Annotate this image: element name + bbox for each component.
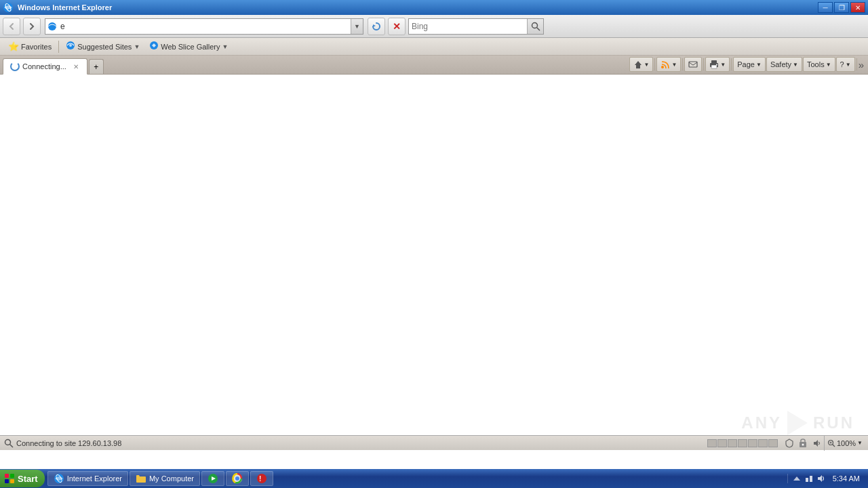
tray-network-icon[interactable] bbox=[804, 474, 814, 483]
progress-block-5 bbox=[748, 439, 757, 447]
zoom-level: 100% bbox=[837, 439, 856, 447]
back-button[interactable] bbox=[3, 18, 20, 35]
address-dropdown[interactable]: ▼ bbox=[351, 19, 363, 34]
taskbar-ie-item[interactable]: Internet Explorer bbox=[47, 471, 128, 486]
svg-point-14 bbox=[716, 64, 717, 66]
tools-dropdown: ▼ bbox=[826, 62, 831, 68]
web-slice-button[interactable]: Web Slice Gallery ▼ bbox=[145, 39, 232, 54]
taskbar-folder-label: My Computer bbox=[149, 474, 194, 483]
zoom-button[interactable]: 100% ▼ bbox=[824, 436, 865, 451]
refresh-icon bbox=[372, 22, 381, 31]
svg-point-18 bbox=[802, 443, 804, 445]
progress-block-2 bbox=[717, 439, 727, 447]
print-dropdown: ▼ bbox=[720, 62, 726, 68]
tray-arrow-icon[interactable] bbox=[792, 474, 802, 483]
search-bar-wrap bbox=[408, 18, 544, 35]
svg-marker-39 bbox=[818, 475, 822, 482]
help-button[interactable]: ? ▼ bbox=[836, 57, 855, 72]
search-input[interactable] bbox=[409, 22, 527, 31]
address-input[interactable] bbox=[59, 22, 351, 31]
stop-button[interactable]: ✕ bbox=[388, 18, 406, 35]
status-safety-icon[interactable] bbox=[797, 437, 809, 449]
search-button[interactable] bbox=[527, 19, 543, 34]
svg-text:!: ! bbox=[259, 475, 261, 483]
status-search-icon bbox=[4, 439, 14, 448]
start-label: Start bbox=[18, 474, 38, 484]
taskbar-tray: 5:34 AM bbox=[787, 474, 868, 483]
svg-point-15 bbox=[5, 439, 11, 445]
safety-dropdown: ▼ bbox=[793, 62, 798, 68]
taskbar-av-icon: ! bbox=[256, 473, 267, 484]
svg-marker-3 bbox=[373, 24, 376, 27]
mail-button[interactable] bbox=[684, 57, 702, 72]
address-bar-wrap: ▼ bbox=[45, 18, 363, 35]
svg-point-9 bbox=[661, 66, 664, 68]
toolbar-sep-4 bbox=[731, 58, 732, 70]
status-security-icon[interactable] bbox=[783, 437, 795, 449]
forward-button[interactable] bbox=[23, 18, 41, 35]
new-tab-button[interactable]: + bbox=[89, 59, 104, 74]
taskbar-media-item[interactable] bbox=[201, 471, 224, 486]
tab-close-icon[interactable]: ✕ bbox=[72, 63, 80, 70]
tab-bar: Connecting... ✕ + bbox=[0, 55, 629, 74]
tray-speaker-icon[interactable] bbox=[816, 474, 826, 483]
tab-label: Connecting... bbox=[22, 62, 66, 70]
taskbar-media-icon bbox=[208, 473, 218, 484]
suggested-dropdown-icon: ▼ bbox=[134, 43, 140, 50]
taskbar-chrome-item[interactable] bbox=[226, 471, 249, 486]
toolbar-sep-2 bbox=[682, 58, 683, 70]
ie-icon bbox=[3, 2, 14, 13]
suggested-sites-button[interactable]: Suggested Sites ▼ bbox=[62, 39, 144, 54]
toolbar-sep-3 bbox=[703, 58, 704, 70]
svg-rect-10 bbox=[689, 62, 697, 67]
address-bar-container: ▼ bbox=[43, 18, 365, 35]
page-button[interactable]: Page ▼ bbox=[733, 57, 766, 72]
progress-block-3 bbox=[728, 439, 737, 447]
favorites-button[interactable]: ⭐ Favorites bbox=[4, 40, 56, 53]
refresh-button[interactable] bbox=[368, 18, 385, 35]
tools-button[interactable]: Tools ▼ bbox=[803, 57, 835, 72]
svg-point-2 bbox=[48, 22, 56, 30]
zoom-dropdown: ▼ bbox=[857, 440, 863, 446]
svg-rect-26 bbox=[5, 479, 9, 483]
feeds-button[interactable]: ▼ bbox=[656, 57, 681, 72]
page-label: Page bbox=[737, 60, 755, 68]
svg-rect-24 bbox=[5, 474, 9, 478]
svg-rect-25 bbox=[10, 474, 14, 478]
toolbar-sep-1 bbox=[654, 58, 655, 70]
status-speaker-icon[interactable] bbox=[810, 437, 823, 449]
tab-connecting[interactable]: Connecting... ✕ bbox=[3, 58, 87, 75]
safety-label: Safety bbox=[770, 60, 791, 68]
close-button[interactable]: ✕ bbox=[850, 2, 865, 13]
feeds-dropdown: ▼ bbox=[671, 62, 677, 68]
svg-rect-13 bbox=[711, 65, 717, 68]
taskbar-browser-icon bbox=[232, 473, 243, 484]
svg-rect-38 bbox=[810, 476, 812, 482]
forward-icon bbox=[28, 22, 36, 30]
suggested-icon bbox=[66, 41, 75, 52]
svg-rect-27 bbox=[10, 479, 14, 483]
title-bar-left: Windows Internet Explorer bbox=[3, 2, 112, 13]
print-icon bbox=[709, 60, 719, 69]
safety-button[interactable]: Safety ▼ bbox=[766, 57, 802, 72]
home-icon bbox=[633, 60, 643, 69]
web-slice-dropdown-icon: ▼ bbox=[222, 43, 229, 50]
stop-icon: ✕ bbox=[393, 21, 401, 32]
toolbar-overflow-button[interactable]: » bbox=[859, 59, 864, 70]
taskbar-ie-label: Internet Explorer bbox=[67, 474, 122, 483]
clock-time: 5:34 AM bbox=[833, 474, 860, 483]
search-icon bbox=[531, 22, 540, 31]
minimize-button[interactable]: ─ bbox=[818, 2, 833, 13]
system-clock[interactable]: 5:34 AM bbox=[829, 474, 864, 483]
progress-block-6 bbox=[758, 439, 768, 447]
taskbar-av-item[interactable]: ! bbox=[250, 471, 273, 486]
home-button[interactable]: ▼ bbox=[629, 57, 654, 72]
start-button[interactable]: Start bbox=[0, 470, 45, 487]
print-button[interactable]: ▼ bbox=[705, 57, 730, 72]
restore-button[interactable]: ❐ bbox=[834, 2, 849, 13]
content-area bbox=[0, 76, 868, 439]
help-dropdown: ▼ bbox=[846, 62, 851, 68]
svg-line-16 bbox=[10, 444, 14, 447]
toolbar-sep-5 bbox=[856, 58, 857, 70]
taskbar-folder-item[interactable]: My Computer bbox=[130, 471, 200, 486]
